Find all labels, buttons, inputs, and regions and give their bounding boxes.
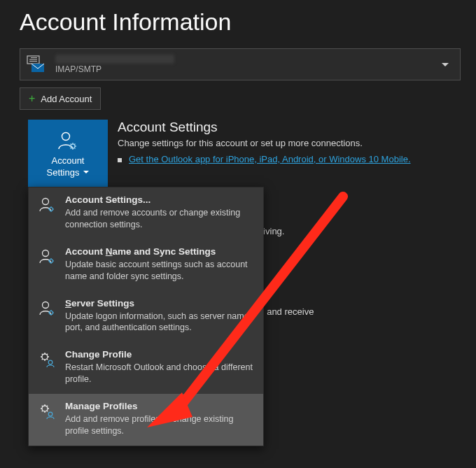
svg-line-13 xyxy=(74,143,76,145)
svg-line-49 xyxy=(47,411,48,411)
svg-point-52 xyxy=(48,412,52,416)
svg-line-38 xyxy=(42,354,43,355)
menu-title: Account Settings... xyxy=(65,194,255,205)
person-gear-icon xyxy=(37,194,57,231)
account-settings-tile[interactable]: Account Settings xyxy=(28,120,108,187)
svg-line-41 xyxy=(42,359,43,360)
svg-line-12 xyxy=(74,148,76,149)
svg-point-5 xyxy=(62,132,70,140)
menu-item-server-settings[interactable]: Server Settings Update logon information… xyxy=(29,291,263,343)
svg-line-11 xyxy=(71,143,72,145)
chevron-down-icon xyxy=(83,171,89,173)
menu-title: Server Settings xyxy=(65,298,255,309)
svg-line-48 xyxy=(42,406,43,406)
bullet-icon xyxy=(118,158,122,162)
menu-desc: Restart Microsoft Outlook and choose a d… xyxy=(65,362,255,385)
account-dropdown-caret[interactable] xyxy=(436,49,454,80)
svg-line-51 xyxy=(42,411,43,411)
svg-line-14 xyxy=(71,148,72,149)
account-settings-dropdown: Account Settings... Add and remove accou… xyxy=(28,187,264,446)
account-protocol-label: IMAP/SMTP xyxy=(55,65,174,74)
account-settings-section: Account Settings Change settings for thi… xyxy=(118,120,459,164)
menu-item-manage-profiles[interactable]: Manage Profiles Add and remove profiles … xyxy=(29,394,263,446)
person-gear-icon xyxy=(56,129,80,155)
svg-point-42 xyxy=(48,360,52,364)
section-heading: Account Settings xyxy=(118,120,459,135)
page-title: Account Information xyxy=(0,0,476,48)
svg-point-43 xyxy=(42,406,48,411)
svg-line-39 xyxy=(47,359,48,360)
menu-title: Account Name and Sync Settings xyxy=(65,246,255,257)
menu-desc: Add and remove accounts or change existi… xyxy=(65,207,255,231)
svg-point-33 xyxy=(42,354,48,360)
plus-icon: + xyxy=(29,92,35,105)
person-gear-icon xyxy=(37,246,57,283)
tile-line1: Account xyxy=(52,155,85,166)
account-email-redacted xyxy=(55,55,174,64)
menu-item-account-settings[interactable]: Account Settings... Add and remove accou… xyxy=(29,187,263,239)
svg-line-40 xyxy=(47,354,48,355)
menu-desc: Update basic account settings such as ac… xyxy=(65,259,255,283)
gear-person-icon xyxy=(37,349,57,385)
add-account-button[interactable]: + Add Account xyxy=(20,87,101,110)
add-account-label: Add Account xyxy=(41,94,92,104)
menu-item-change-profile[interactable]: Change Profile Restart Microsoft Outlook… xyxy=(29,342,263,394)
svg-point-15 xyxy=(43,199,49,205)
svg-point-27 xyxy=(43,302,49,308)
tile-line2: Settings xyxy=(47,167,80,178)
person-gear-icon xyxy=(37,298,57,334)
menu-desc: Update logon information, such as server… xyxy=(65,311,255,334)
account-selector[interactable]: IMAP/SMTP xyxy=(20,48,461,80)
mailbox-icon xyxy=(26,55,47,73)
menu-title: Change Profile xyxy=(65,349,255,360)
menu-title: Manage Profiles xyxy=(65,401,255,411)
svg-line-50 xyxy=(47,406,48,406)
get-outlook-app-link[interactable]: Get the Outlook app for iPhone, iPad, An… xyxy=(129,154,411,164)
gear-person-icon xyxy=(37,401,57,437)
menu-item-name-sync[interactable]: Account Name and Sync Settings Update ba… xyxy=(29,239,263,291)
section-subtext: Change settings for this account or set … xyxy=(118,138,459,148)
menu-desc: Add and remove profiles or change existi… xyxy=(65,413,255,437)
svg-point-21 xyxy=(43,250,49,256)
